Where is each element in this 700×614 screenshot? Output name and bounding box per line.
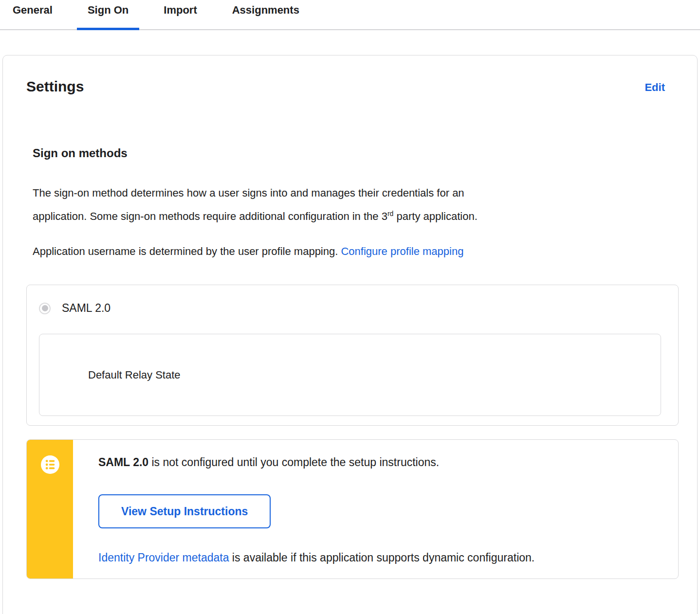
radio-dot bbox=[42, 305, 48, 311]
tab-sign-on[interactable]: Sign On bbox=[77, 4, 139, 29]
description-line-1: The sign-on method determines how a user… bbox=[33, 181, 679, 205]
sign-on-method-description: The sign-on method determines how a user… bbox=[33, 181, 679, 228]
saml-method-box: SAML 2.0 Default Relay State bbox=[26, 285, 679, 426]
saml-radio[interactable] bbox=[39, 303, 51, 314]
identity-provider-metadata-link[interactable]: Identity Provider metadata bbox=[98, 551, 229, 564]
callout-message: SAML 2.0 is not configured until you com… bbox=[98, 454, 663, 470]
page-title: Settings bbox=[26, 77, 84, 96]
saml-radio-row: SAML 2.0 bbox=[39, 302, 661, 315]
description-line-2: application. Some sign-on methods requir… bbox=[33, 205, 679, 228]
configure-profile-mapping-link[interactable]: Configure profile mapping bbox=[341, 245, 463, 257]
settings-card: Settings Edit Sign on methods The sign-o… bbox=[2, 55, 698, 614]
default-relay-state-label: Default Relay State bbox=[88, 369, 181, 381]
saml-setup-callout: SAML 2.0 is not configured until you com… bbox=[26, 439, 679, 579]
view-setup-instructions-button[interactable]: View Setup Instructions bbox=[98, 494, 271, 528]
callout-message-bold: SAML 2.0 bbox=[98, 456, 148, 469]
edit-link[interactable]: Edit bbox=[645, 81, 665, 94]
callout-yellow-strip bbox=[27, 440, 73, 578]
tab-general[interactable]: General bbox=[2, 4, 63, 29]
settings-card-header: Settings Edit bbox=[26, 77, 679, 96]
sign-on-methods-section: Sign on methods The sign-on method deter… bbox=[26, 146, 679, 579]
callout-body: SAML 2.0 is not configured until you com… bbox=[73, 440, 678, 578]
saml-radio-label: SAML 2.0 bbox=[62, 302, 111, 315]
list-icon bbox=[41, 455, 59, 474]
app-tab-bar: General Sign On Import Assignments bbox=[0, 0, 700, 30]
application-username-text: Application username is determined by th… bbox=[33, 240, 679, 263]
ordinal-superscript: rd bbox=[387, 210, 393, 217]
callout-metadata-text: Identity Provider metadata is available … bbox=[98, 550, 663, 565]
tab-import[interactable]: Import bbox=[153, 4, 207, 29]
sign-on-methods-heading: Sign on methods bbox=[33, 146, 679, 160]
tab-assignments[interactable]: Assignments bbox=[221, 4, 310, 29]
default-relay-state-field: Default Relay State bbox=[39, 334, 661, 416]
